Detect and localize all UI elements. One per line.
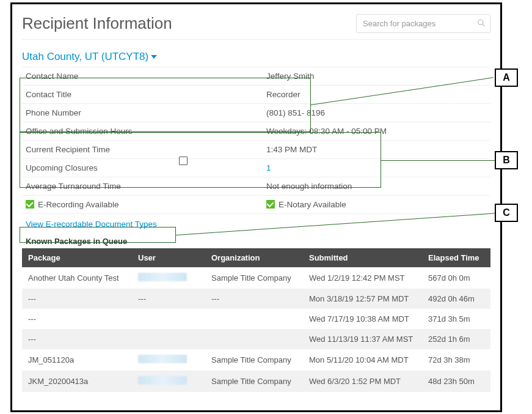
cell-org	[205, 309, 303, 329]
cell-org[interactable]: Sample Title Company	[205, 267, 303, 289]
annotation-label-a: A	[495, 68, 518, 87]
cell-submitted: Mon 3/18/19 12:57 PM MDT	[303, 289, 422, 309]
table-row: ---Wed 11/13/19 11:37 AM MST252d 1h 6m	[22, 329, 490, 349]
chevron-down-icon	[151, 55, 157, 59]
row-contact-name: Contact Name Jeffery Smith	[22, 67, 490, 85]
row-availability: E-Recording Available E-Notary Available	[22, 195, 490, 213]
cell-elapsed: 72d 3h 38m	[422, 349, 490, 371]
page-title: Recipient Information	[22, 14, 172, 33]
cell-submitted: Mon 5/11/20 10:04 AM MDT	[303, 349, 422, 371]
label: Phone Number	[22, 108, 266, 117]
cell-package[interactable]: Another Utah County Test	[22, 267, 132, 289]
table-row: JKM_20200413aSample Title CompanyWed 6/3…	[22, 371, 490, 392]
cell-package: ---	[22, 309, 132, 329]
cell-elapsed: 48d 23h 50m	[422, 371, 490, 392]
value: Not enough information	[266, 182, 490, 191]
redacted-user	[138, 376, 187, 385]
table-row: Another Utah County TestSample Title Com…	[22, 267, 490, 289]
cell-user	[132, 371, 205, 392]
cell-org: ---	[205, 289, 303, 309]
row-hours: Office and Submission Hours Weekdays: 08…	[22, 122, 490, 140]
cell-user	[132, 329, 205, 349]
value: (801) 851- 8196	[266, 108, 490, 117]
row-phone: Phone Number (801) 851- 8196	[22, 103, 490, 122]
cell-package: ---	[22, 329, 132, 349]
cell-org[interactable]: Sample Title Company	[205, 371, 303, 392]
check-icon	[26, 200, 34, 209]
row-turnaround: Average Turnaround Time Not enough infor…	[22, 177, 490, 195]
table-row: JM_051120aSample Title CompanyMon 5/11/2…	[22, 349, 490, 371]
col-elapsed: Elapsed Time	[422, 248, 490, 267]
col-package: Package	[22, 248, 132, 267]
value: Jeffery Smith	[266, 72, 490, 81]
value: Recorder	[266, 90, 490, 99]
cell-submitted: Wed 11/13/19 11:37 AM MST	[303, 329, 422, 349]
cell-org[interactable]: Sample Title Company	[205, 349, 303, 371]
cell-submitted: Wed 7/17/19 10:38 AM MDT	[303, 309, 422, 329]
e-notary-available: E-Notary Available	[266, 200, 490, 209]
cell-elapsed: 371d 3h 5m	[422, 309, 490, 329]
label: Upcoming Closures	[22, 163, 266, 172]
annotation-label-b: B	[495, 151, 518, 169]
col-org: Organization	[205, 248, 303, 267]
value: Weekdays: 08:30 AM - 05:00 PM	[266, 127, 490, 136]
cell-submitted: Wed 6/3/20 1:52 PM MDT	[303, 371, 422, 392]
county-label: Utah County, UT (UTCYT8)	[22, 51, 148, 63]
cell-package[interactable]: JKM_20200413a	[22, 371, 132, 392]
table-row: ---------Mon 3/18/19 12:57 PM MDT492d 0h…	[22, 289, 490, 309]
table-row: ---Wed 7/17/19 10:38 AM MDT371d 3h 5m	[22, 309, 490, 329]
view-doc-types-link[interactable]: View E-recordable Document Types	[22, 213, 490, 234]
label: Average Turnaround Time	[22, 182, 266, 191]
check-icon	[266, 200, 275, 209]
main-panel: Recipient Information Utah County, UT (U…	[10, 2, 502, 412]
county-dropdown[interactable]: Utah County, UT (UTCYT8)	[22, 51, 157, 63]
annotation-label-c: C	[495, 204, 518, 222]
cell-elapsed: 492d 0h 46m	[422, 289, 490, 309]
cell-elapsed: 252d 1h 6m	[422, 329, 490, 349]
clock-icon	[179, 157, 188, 165]
cell-package[interactable]: JM_051120a	[22, 349, 132, 371]
table-header-row: Package User Organization Submitted Elap…	[22, 248, 490, 267]
value: 1:43 PM MDT	[266, 145, 490, 154]
search-wrap	[356, 14, 490, 33]
label: Office and Submission Hours	[22, 127, 266, 136]
cell-submitted: Wed 1/2/19 12:42 PM MST	[303, 267, 422, 289]
e-recording-available: E-Recording Available	[22, 200, 266, 209]
cell-org	[205, 329, 303, 349]
cell-elapsed: 567d 0h 0m	[422, 267, 490, 289]
row-closures: Upcoming Closures 1	[22, 158, 490, 177]
cell-user	[132, 309, 205, 329]
header: Recipient Information	[22, 14, 490, 40]
col-submitted: Submitted	[303, 248, 422, 267]
packages-table: Package User Organization Submitted Elap…	[22, 248, 490, 392]
redacted-user	[138, 273, 187, 281]
search-input[interactable]	[356, 14, 490, 33]
row-contact-title: Contact Title Recorder	[22, 85, 490, 103]
redacted-user	[138, 355, 187, 363]
closures-link[interactable]: 1	[266, 163, 490, 172]
row-current-time: Current Recipient Time 1:43 PM MDT	[22, 140, 490, 158]
label: Contact Title	[22, 90, 266, 99]
cell-user: ---	[132, 289, 205, 309]
label: Current Recipient Time	[22, 145, 266, 154]
cell-user	[132, 267, 205, 289]
queue-heading: Known Packages in Queue	[22, 234, 490, 248]
cell-package: ---	[22, 289, 132, 309]
label: Contact Name	[22, 72, 266, 81]
cell-user	[132, 349, 205, 371]
col-user: User	[132, 248, 205, 267]
